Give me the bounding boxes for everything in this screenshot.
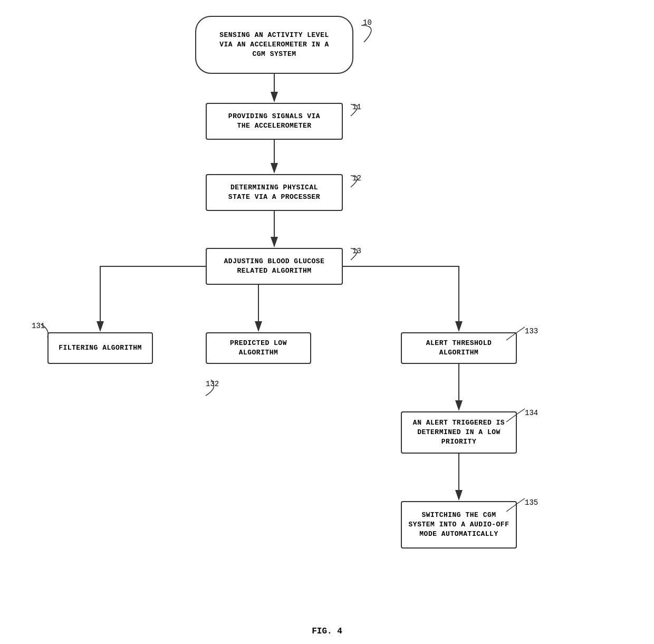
node-132-label: PREDICTED LOWALGORITHM <box>230 339 287 358</box>
ref-10: 10 <box>363 18 372 27</box>
node-135-label: SWITCHING THE CGMSYSTEM INTO A AUDIO-OFF… <box>409 511 509 540</box>
node-13: ADJUSTING BLOOD GLUCOSERELATED ALGORITHM <box>206 248 343 285</box>
node-10: SENSING AN ACTIVITY LEVELVIA AN ACCELERO… <box>195 16 353 74</box>
flow-arrows <box>0 0 654 622</box>
node-134-label: AN ALERT TRIGGERED ISDETERMINED IN A LOW… <box>413 418 505 447</box>
node-131-label: FILTERING ALGORITHM <box>59 343 142 353</box>
ref-132: 132 <box>206 380 219 388</box>
ref-134: 134 <box>525 409 538 417</box>
node-131: FILTERING ALGORITHM <box>47 332 153 364</box>
node-134: AN ALERT TRIGGERED ISDETERMINED IN A LOW… <box>401 411 517 454</box>
ref-133: 133 <box>525 327 538 335</box>
node-133: ALERT THRESHOLDALGORITHM <box>401 332 517 364</box>
figure-label: FIG. 4 <box>312 627 342 636</box>
node-132: PREDICTED LOWALGORITHM <box>206 332 311 364</box>
ref-12: 12 <box>352 174 361 182</box>
diagram-container: SENSING AN ACTIVITY LEVELVIA AN ACCELERO… <box>0 0 654 622</box>
node-12: DETERMINING PHYSICALSTATE VIA A PROCESSE… <box>206 174 343 211</box>
node-11: PROVIDING SIGNALS VIATHE ACCELEROMETER <box>206 103 343 140</box>
node-10-label: SENSING AN ACTIVITY LEVELVIA AN ACCELERO… <box>219 31 329 60</box>
ref-11: 11 <box>352 103 361 111</box>
node-12-label: DETERMINING PHYSICALSTATE VIA A PROCESSE… <box>228 183 320 202</box>
node-133-label: ALERT THRESHOLDALGORITHM <box>426 339 492 358</box>
ref-13: 13 <box>352 247 361 255</box>
node-11-label: PROVIDING SIGNALS VIATHE ACCELEROMETER <box>228 112 320 131</box>
node-135: SWITCHING THE CGMSYSTEM INTO A AUDIO-OFF… <box>401 501 517 549</box>
node-13-label: ADJUSTING BLOOD GLUCOSERELATED ALGORITHM <box>224 257 325 276</box>
ref-131: 131 <box>32 322 45 330</box>
ref-135: 135 <box>525 498 538 507</box>
